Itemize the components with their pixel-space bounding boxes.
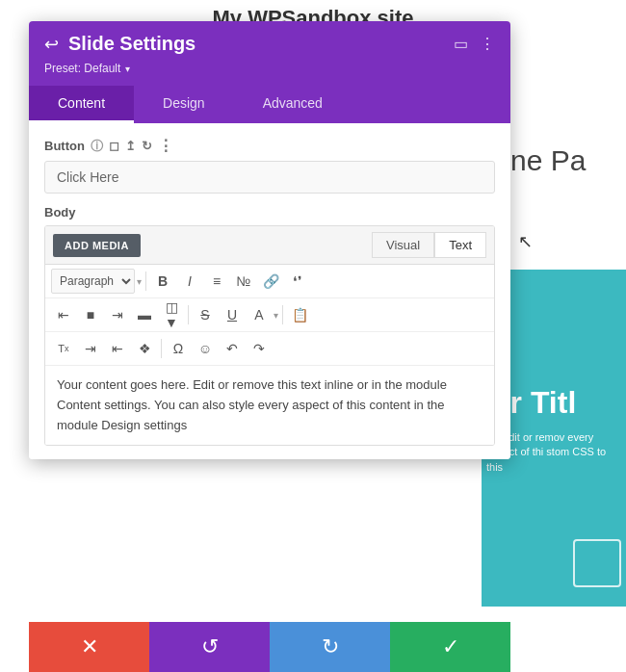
- view-tab-visual[interactable]: Visual: [372, 232, 434, 258]
- action-bar: ✕ ↺ ↻ ✓: [29, 622, 510, 672]
- add-media-button[interactable]: ADD MEDIA: [53, 234, 141, 257]
- align-center-button[interactable]: ■: [78, 302, 103, 327]
- unordered-list-button[interactable]: ≡: [204, 269, 229, 294]
- redo-action-button[interactable]: ↻: [270, 622, 390, 672]
- special-char-button[interactable]: Ω: [166, 336, 191, 361]
- editor-toolbar-top: ADD MEDIA Visual Text: [45, 226, 494, 265]
- toolbar-divider-2: [188, 305, 189, 324]
- toolbar-divider-3: [282, 305, 283, 324]
- back-icon[interactable]: ↩: [44, 34, 59, 55]
- save-button[interactable]: ✓: [390, 622, 510, 672]
- bold-button[interactable]: B: [150, 269, 175, 294]
- cursor-icon[interactable]: ↥: [125, 139, 136, 153]
- toolbar-row-3: Tx ⇥ ⇤ ❖ Ω ☺ ↶ ↷: [45, 332, 494, 366]
- table-button[interactable]: ◫ ▼: [159, 302, 184, 327]
- panel-body: Button ⓘ ◻ ↥ ↻ ⋮ Body ADD MEDIA: [29, 123, 510, 459]
- body-field-label: Body: [44, 205, 495, 220]
- panel-header-top: ↩ Slide Settings ▭ ⋮: [44, 33, 495, 55]
- panel-header-right: ▭ ⋮: [454, 35, 495, 53]
- redo-button[interactable]: ↷: [247, 336, 272, 361]
- align-right-button[interactable]: ⇥: [105, 302, 130, 327]
- align-justify-button[interactable]: ▬: [132, 302, 157, 327]
- slide-settings-panel: ↩ Slide Settings ▭ ⋮ Preset: Default ▾ C…: [29, 21, 510, 459]
- strikethrough-button[interactable]: S: [193, 302, 218, 327]
- emoji-button[interactable]: ☺: [193, 336, 218, 361]
- device-icon[interactable]: ◻: [109, 139, 119, 153]
- panel-title: Slide Settings: [68, 33, 196, 55]
- tab-design[interactable]: Design: [134, 86, 234, 123]
- cancel-button[interactable]: ✕: [29, 622, 149, 672]
- underline-button[interactable]: U: [220, 302, 245, 327]
- indent-button[interactable]: ⇥: [78, 336, 103, 361]
- button-label-text: Button: [44, 139, 85, 153]
- teal-cta-button: [573, 539, 621, 587]
- help-icon[interactable]: ⓘ: [91, 138, 103, 155]
- paste-button[interactable]: 📋: [287, 302, 312, 327]
- toolbar-divider-1: [145, 271, 146, 291]
- blockquote-button[interactable]: ❛❜: [285, 269, 310, 294]
- italic-button[interactable]: I: [177, 269, 202, 294]
- fullscreen-editor-button[interactable]: ❖: [132, 336, 157, 361]
- toolbar-row-2: ⇤ ■ ⇥ ▬ ◫ ▼ S U A ▾ 📋: [45, 298, 494, 332]
- font-color-button[interactable]: A: [247, 302, 272, 327]
- more-icon[interactable]: ⋮: [158, 137, 173, 155]
- preset-arrow-icon: ▾: [125, 64, 130, 74]
- link-button[interactable]: 🔗: [258, 269, 283, 294]
- paragraph-select[interactable]: Paragraph: [51, 269, 135, 294]
- editor-area: ADD MEDIA Visual Text Paragraph ▾ B I ≡ …: [44, 225, 495, 446]
- tab-advanced[interactable]: Advanced: [234, 86, 352, 123]
- panel-tabs: Content Design Advanced: [29, 86, 510, 123]
- view-tab-text[interactable]: Text: [434, 232, 486, 258]
- align-left-button[interactable]: ⇤: [51, 302, 76, 327]
- site-partial-text: ne Pa: [510, 144, 586, 177]
- undo-action-button[interactable]: ↺: [149, 622, 270, 672]
- panel-header-left: ↩ Slide Settings: [44, 33, 196, 55]
- editor-content[interactable]: Your content goes here. Edit or remove t…: [45, 366, 494, 445]
- view-tabs: Visual Text: [372, 232, 486, 258]
- button-input[interactable]: [44, 161, 495, 194]
- preset-row: Preset: Default ▾: [44, 55, 495, 86]
- button-field-label-row: Button ⓘ ◻ ↥ ↻ ⋮: [44, 137, 495, 155]
- more-options-icon[interactable]: ⋮: [480, 35, 495, 53]
- outdent-button[interactable]: ⇤: [105, 336, 130, 361]
- panel-header: ↩ Slide Settings ▭ ⋮ Preset: Default ▾: [29, 21, 510, 86]
- undo-button[interactable]: ↶: [220, 336, 245, 361]
- ordered-list-button[interactable]: №: [231, 269, 256, 294]
- preset-label[interactable]: Preset: Default: [44, 62, 120, 75]
- undo-icon[interactable]: ↻: [142, 139, 152, 153]
- toolbar-divider-4: [161, 339, 162, 358]
- clear-format-button[interactable]: Tx: [51, 336, 76, 361]
- toolbar-row-1: Paragraph ▾ B I ≡ № 🔗 ❛❜: [45, 265, 494, 298]
- fullscreen-icon[interactable]: ▭: [454, 35, 468, 53]
- tab-content[interactable]: Content: [29, 86, 134, 123]
